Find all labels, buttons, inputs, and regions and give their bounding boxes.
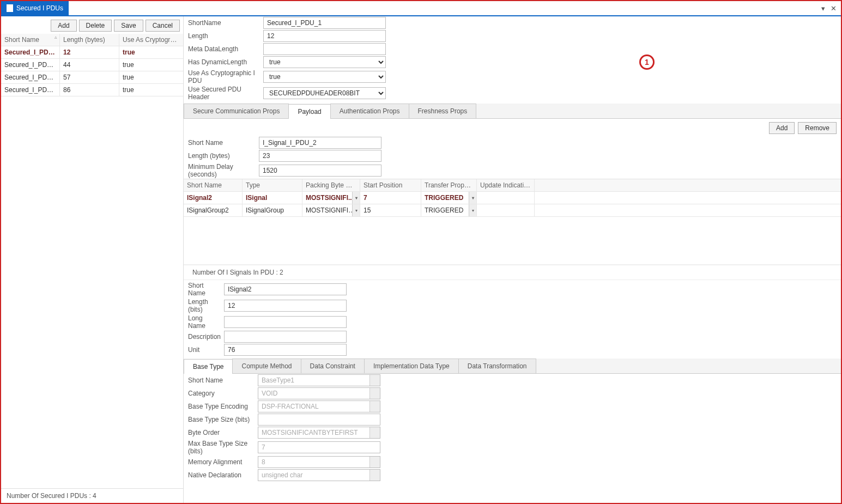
table-row[interactable]: Secured_I_PDU_357true [1,71,183,84]
shortname-input[interactable] [263,17,386,29]
cell-sig-name: ISignal2 [184,192,243,204]
tab-auth[interactable]: Authentication Props [330,104,409,118]
bt-bo-label: Byte Order [188,429,258,436]
payload-length-input[interactable] [259,150,381,162]
dyn-label: Has DynamicLength [188,58,263,66]
bt-shortname-select: BaseType1 [258,374,380,386]
payload-shortname-input[interactable] [259,137,381,149]
chevron-down-icon[interactable]: ▾ [352,192,360,204]
col-sig-pbo[interactable]: Packing Byte Order [302,179,360,191]
cell-crypto: true [119,59,181,71]
signal-grid-header: Short Name Type Packing Byte Order Start… [184,179,841,192]
cell-crypto: true [119,84,181,96]
col-length[interactable]: Length (bytes) [60,34,119,46]
tab-impl-data-type[interactable]: Implementation Data Type [364,359,459,373]
pdu-count-footer: Number Of Secured I PDUs : 4 [1,488,183,503]
cell-sig-pbo: MOSTSIGNIFI...▾ [302,192,360,204]
cell-length: 86 [60,84,119,96]
signal-tabs: Base Type Compute Method Data Constraint… [184,359,841,374]
header-select[interactable]: SECUREDPDUHEADER08BIT [263,87,386,99]
cell-length: 57 [60,71,119,83]
cell-name: Secured_I_PDU_1 [1,46,60,58]
table-row[interactable]: ISignal2ISignalMOSTSIGNIFI...▾7TRIGGERED… [184,192,841,204]
crypto-select[interactable]: true [263,71,386,83]
cell-sig-pbo: MOSTSIGNIFIC...▾ [302,204,360,216]
sig-longname-label: Long Name [188,314,224,330]
col-sig-type[interactable]: Type [243,179,302,191]
bt-max-label: Max Base Type Size (bits) [188,440,258,455]
cell-sig-ui [477,204,535,216]
table-row[interactable]: Secured_I_PDU_486true [1,84,183,96]
payload-shortname-label: Short Name [188,139,259,147]
cell-name: Secured_I_PDU_2 [1,59,60,71]
table-row[interactable]: Secured_I_PDU_244true [1,59,183,71]
delete-button[interactable]: Delete [79,20,112,32]
tab-data-transform[interactable]: Data Transformation [458,359,536,373]
cell-crypto: true [119,71,181,83]
length-label: Length [188,32,263,40]
bt-size-input [258,414,380,426]
length-input[interactable] [263,30,386,42]
cell-sig-ui [477,192,535,204]
chevron-down-icon[interactable]: ▾ [469,204,476,216]
cell-crypto: true [119,46,181,58]
cell-sig-name: ISignalGroup2 [184,204,243,216]
col-crypto[interactable]: Use As Cryptogra... [119,34,181,46]
sig-longname-input[interactable] [224,316,347,328]
cell-length: 44 [60,59,119,71]
close-icon[interactable]: ✕ [831,4,837,13]
sig-shortname-input[interactable] [224,283,347,295]
sig-desc-input[interactable] [224,331,347,343]
bt-native-select: unsigned char [258,469,380,481]
tab-compute-method[interactable]: Compute Method [232,359,301,373]
tab-data-constraint[interactable]: Data Constraint [301,359,365,373]
minimize-icon[interactable]: ▾ [821,4,825,13]
chevron-down-icon[interactable]: ▾ [352,204,360,216]
bt-native-label: Native Declaration [188,471,258,479]
sig-unit-input[interactable] [224,344,347,356]
sig-length-label: Length (bits) [188,298,224,313]
tab-payload[interactable]: Payload [288,104,330,119]
add-button[interactable]: Add [51,20,76,32]
payload-remove-button[interactable]: Remove [798,122,837,134]
col-sig-ui[interactable]: Update Indication... [477,179,535,191]
meta-label: Meta DataLength [188,45,263,53]
detail-tabs: Secure Communication Props Payload Authe… [184,104,841,119]
bt-size-label: Base Type Size (bits) [188,416,258,423]
table-row[interactable]: Secured_I_PDU_112true [1,46,183,59]
tab-freshness[interactable]: Freshness Props [409,104,477,118]
sig-length-input[interactable] [224,300,347,312]
cell-length: 12 [60,46,119,58]
dyn-select[interactable]: true [263,56,386,68]
document-icon [7,4,13,12]
crypto-label: Use As Cryptographic I PDU [188,69,263,84]
window-tab[interactable]: Secured I PDUs [1,1,69,15]
payload-mindelay-input[interactable] [259,165,381,177]
save-button[interactable]: Save [114,20,143,32]
bt-bo-select: MOSTSIGNIFICANTBYTEFIRST [258,427,380,439]
payload-add-button[interactable]: Add [769,122,795,134]
header-label: Use Secured PDU Header [188,86,263,101]
shortname-label: ShortName [188,19,263,27]
table-row[interactable]: ISignalGroup2ISignalGroupMOSTSIGNIFIC...… [184,204,841,217]
col-sig-start[interactable]: Start Position [360,179,421,191]
col-sig-tp[interactable]: Transfer Property [421,179,477,191]
meta-input[interactable] [263,43,386,55]
tab-secure-comm[interactable]: Secure Communication Props [184,104,289,118]
cell-sig-type: ISignalGroup [243,204,302,216]
sig-desc-label: Description [188,333,224,341]
sort-asc-icon: ▵ [54,34,57,40]
window-title: Secured I PDUs [16,4,63,12]
cancel-button[interactable]: Cancel [146,20,180,32]
chevron-down-icon[interactable]: ▾ [469,192,476,204]
cell-sig-tp: TRIGGERED▾ [421,204,477,216]
cell-name: Secured_I_PDU_4 [1,84,60,96]
sig-shortname-label: Short Name [188,282,224,297]
col-sig-name[interactable]: Short Name [184,179,243,191]
col-short-name[interactable]: Short Name▵ [1,34,60,46]
bt-cat-select: VOID [258,387,380,399]
cell-sig-start: 7 [360,192,421,204]
tab-base-type[interactable]: Base Type [184,359,233,374]
bt-enc-label: Base Type Encoding [188,403,258,410]
sig-unit-label: Unit [188,346,224,354]
